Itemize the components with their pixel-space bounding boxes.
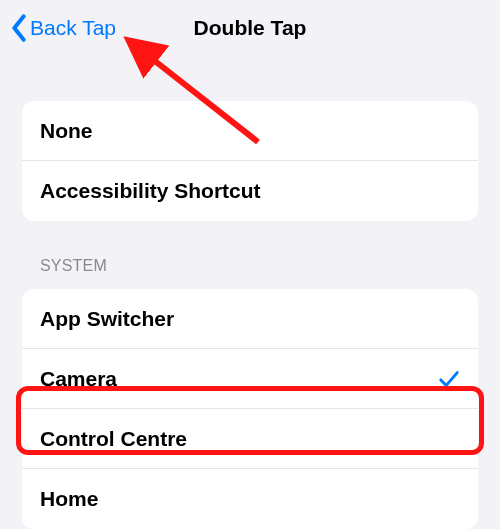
option-label: App Switcher — [40, 307, 174, 331]
back-button[interactable]: Back Tap — [10, 14, 116, 42]
option-label: Camera — [40, 367, 117, 391]
option-accessibility-shortcut[interactable]: Accessibility Shortcut — [22, 161, 478, 221]
option-home[interactable]: Home — [22, 469, 478, 529]
option-none[interactable]: None — [22, 101, 478, 161]
option-label: Control Centre — [40, 427, 187, 451]
option-label: Accessibility Shortcut — [40, 179, 261, 203]
option-group-system: App Switcher Camera Control Centre Home — [22, 289, 478, 529]
nav-bar: Back Tap Double Tap — [0, 0, 500, 56]
checkmark-icon — [438, 368, 460, 390]
option-group-1: None Accessibility Shortcut — [22, 101, 478, 221]
option-app-switcher[interactable]: App Switcher — [22, 289, 478, 349]
chevron-left-icon — [10, 14, 28, 42]
section-header-system: System — [40, 257, 478, 275]
option-label: Home — [40, 487, 98, 511]
option-camera[interactable]: Camera — [22, 349, 478, 409]
option-control-centre[interactable]: Control Centre — [22, 409, 478, 469]
back-label: Back Tap — [30, 16, 116, 40]
option-label: None — [40, 119, 93, 143]
content-area: None Accessibility Shortcut System App S… — [0, 101, 500, 529]
